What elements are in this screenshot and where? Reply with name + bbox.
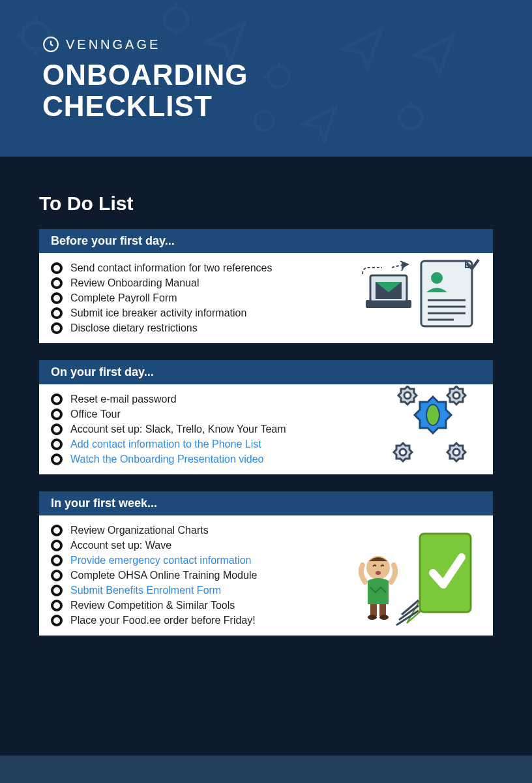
svg-rect-20 xyxy=(421,261,472,326)
check-label: Place your Food.ee order before Friday! xyxy=(70,615,256,626)
check-label: Send contact information for two referen… xyxy=(70,262,273,274)
check-label: Account set up: Wave xyxy=(70,540,171,551)
section-title: To Do List xyxy=(39,192,493,215)
header-decorative-icons xyxy=(0,0,532,157)
check-label: Review Organizational Charts xyxy=(70,525,209,536)
svg-point-0 xyxy=(23,23,50,50)
check-label-link[interactable]: Submit Benefits Enrolment Form xyxy=(70,585,221,596)
panel-body: Reset e-mail password Office Tour Accoun… xyxy=(39,384,493,474)
checkbox-icon[interactable] xyxy=(51,307,63,319)
svg-rect-31 xyxy=(420,534,471,612)
svg-point-30 xyxy=(426,405,439,425)
check-label-link[interactable]: Add contact information to the Phone Lis… xyxy=(70,438,261,450)
check-label-link[interactable]: Provide emergency contact information xyxy=(70,555,251,566)
checkbox-icon[interactable] xyxy=(51,292,63,304)
panel-on-first-day: On your first day... Reset e-mail passwo… xyxy=(39,360,493,474)
check-label: Complete OHSA Online Training Module xyxy=(70,570,257,581)
footer-bar xyxy=(0,756,532,783)
panel-before-first-day: Before your first day... Send contact in… xyxy=(39,229,493,343)
checkbox-icon[interactable] xyxy=(51,615,63,626)
checkbox-icon[interactable] xyxy=(51,322,63,334)
svg-point-40 xyxy=(379,615,389,620)
panel-body: Send contact information for two referen… xyxy=(39,253,493,343)
svg-rect-37 xyxy=(370,604,377,616)
svg-point-21 xyxy=(431,272,443,284)
svg-point-26 xyxy=(404,392,411,399)
checkbox-icon[interactable] xyxy=(51,277,63,289)
panel-header-text: In your first week... xyxy=(51,497,157,510)
panel-first-week: In your first week... Review Organizatio… xyxy=(39,491,493,636)
checkbox-icon[interactable] xyxy=(51,408,63,420)
panel-header: Before your first day... xyxy=(39,229,493,253)
checkbox-icon[interactable] xyxy=(51,393,63,405)
gears-illustration-icon xyxy=(389,386,480,473)
check-label: Reset e-mail password xyxy=(70,393,177,405)
svg-point-11 xyxy=(254,111,273,130)
check-label: Office Tour xyxy=(70,408,121,420)
check-label: Account set up: Slack, Trello, Know Your… xyxy=(70,423,286,435)
svg-point-8 xyxy=(268,66,289,87)
success-character-illustration-icon xyxy=(356,522,480,629)
check-label: Review Competition & Similar Tools xyxy=(70,600,235,611)
check-label: Review Onboarding Manual xyxy=(70,277,199,289)
panel-body: Review Organizational Charts Account set… xyxy=(39,515,493,636)
documents-illustration-icon xyxy=(356,254,480,342)
svg-point-29 xyxy=(453,449,460,455)
svg-point-12 xyxy=(400,106,422,129)
svg-point-5 xyxy=(165,8,188,31)
checkbox-icon[interactable] xyxy=(51,570,63,581)
svg-rect-38 xyxy=(379,604,386,616)
svg-point-28 xyxy=(400,449,406,455)
checkbox-icon[interactable] xyxy=(51,600,63,611)
check-label: Complete Payroll Form xyxy=(70,292,177,304)
svg-marker-15 xyxy=(402,261,409,269)
content: To Do List Before your first day... Send… xyxy=(0,157,532,636)
checkbox-icon[interactable] xyxy=(51,540,63,551)
svg-point-27 xyxy=(453,392,460,399)
svg-point-36 xyxy=(376,571,381,575)
checkbox-icon[interactable] xyxy=(51,525,63,536)
checkbox-icon[interactable] xyxy=(51,423,63,435)
checkbox-icon[interactable] xyxy=(51,262,63,274)
panel-header: On your first day... xyxy=(39,360,493,384)
check-label-link[interactable]: Watch the Onboarding Presentation video xyxy=(70,453,263,465)
panel-header-text: Before your first day... xyxy=(51,234,175,247)
checkbox-icon[interactable] xyxy=(51,438,63,450)
checkbox-icon[interactable] xyxy=(51,555,63,566)
svg-point-39 xyxy=(368,615,377,620)
panel-header-text: On your first day... xyxy=(51,365,154,378)
panel-header: In your first week... xyxy=(39,491,493,515)
check-label: Submit ice breaker activity information xyxy=(70,307,246,319)
header: VENNGAGE ONBOARDING CHECKLIST xyxy=(0,0,532,157)
check-label: Disclose dietary restrictions xyxy=(70,322,198,334)
checkbox-icon[interactable] xyxy=(51,453,63,465)
checkbox-icon[interactable] xyxy=(51,585,63,596)
